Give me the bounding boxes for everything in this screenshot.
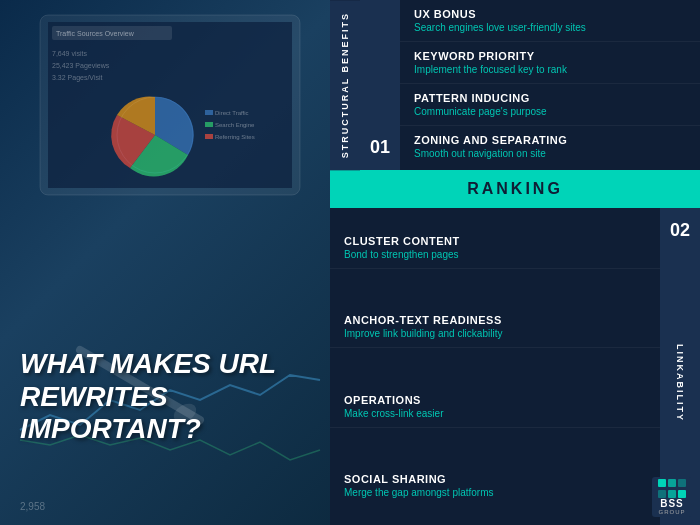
operations-subtitle: Make cross-link easier [344,408,646,419]
pattern-inducing-title: PATTERN INDUCING [414,92,686,104]
svg-rect-2 [52,26,172,40]
svg-rect-19 [678,479,686,487]
svg-text:2,958: 2,958 [20,501,45,512]
ux-bonus-subtitle: Search engines love user-friendly sites [414,22,686,33]
structural-benefits-label: STRUCTURAL BENEFITS [330,0,360,170]
bss-logo: BSS GROUP [652,477,692,517]
structural-items-list: UX BONUS Search engines love user-friend… [400,0,700,170]
cluster-content-subtitle: Bond to strengthen pages [344,249,646,260]
cluster-content-title: CLUSTER CONTENT [344,235,646,247]
structural-item-zoning: ZONING AND SEPARATING Smooth out navigat… [400,126,700,167]
linkability-item-social-sharing: SOCIAL SHARING Merge the gap amongst pla… [330,465,660,506]
svg-rect-1 [48,22,292,188]
pattern-inducing-subtitle: Communicate page's purpose [414,106,686,117]
zoning-title: ZONING AND SEPARATING [414,134,686,146]
bss-icon [658,479,686,499]
bss-group-text: GROUP [658,509,685,515]
svg-text:7,649 visits: 7,649 visits [52,50,88,57]
linkability-item-cluster-content: CLUSTER CONTENT Bond to strengthen pages [330,227,660,269]
bss-letters: BSS [660,499,684,509]
svg-text:Search Engine: Search Engine [215,122,255,128]
main-title: WHAT MAKES URL REWRITES IMPORTANT? [20,348,276,445]
svg-rect-10 [205,122,213,127]
svg-rect-12 [205,134,213,139]
bss-logo-inner: BSS GROUP [652,477,692,517]
svg-text:Direct Traffic: Direct Traffic [215,110,249,116]
keyword-priority-title: KEYWORD PRIORITY [414,50,686,62]
structural-item-ux-bonus: UX BONUS Search engines love user-friend… [400,0,700,42]
svg-text:Referring Sites: Referring Sites [215,134,255,140]
tablet-overlay: Traffic Sources Overview 7,649 visits 25… [0,0,330,525]
linkability-section: CLUSTER CONTENT Bond to strengthen pages… [330,208,700,525]
structural-item-keyword-priority: KEYWORD PRIORITY Implement the focused k… [400,42,700,84]
left-panel: Traffic Sources Overview 7,649 visits 25… [0,0,330,525]
social-sharing-subtitle: Merge the gap amongst platforms [344,487,646,498]
svg-rect-22 [678,490,686,498]
svg-rect-21 [668,490,676,498]
svg-point-7 [117,97,193,173]
svg-rect-0 [40,15,300,195]
right-panel: STRUCTURAL BENEFITS 01 UX BONUS Search e… [330,0,700,525]
structural-section: STRUCTURAL BENEFITS 01 UX BONUS Search e… [330,0,700,170]
social-sharing-title: SOCIAL SHARING [344,473,646,485]
structural-section-number: 01 [360,0,400,170]
structural-item-pattern-inducing: PATTERN INDUCING Communicate page's purp… [400,84,700,126]
svg-text:3.32 Pages/Visit: 3.32 Pages/Visit [52,74,103,82]
svg-rect-18 [668,479,676,487]
svg-text:25,423 Pageviews: 25,423 Pageviews [52,62,110,70]
zoning-subtitle: Smooth out navigation on site [414,148,686,159]
anchor-text-subtitle: Improve link building and clickability [344,328,646,339]
svg-text:Traffic Sources Overview: Traffic Sources Overview [56,30,135,37]
ux-bonus-title: UX BONUS [414,8,686,20]
operations-title: OPERATIONS [344,394,646,406]
keyword-priority-subtitle: Implement the focused key to rank [414,64,686,75]
ranking-bar: RANKING [330,170,700,208]
linkability-items-list: CLUSTER CONTENT Bond to strengthen pages… [330,208,660,525]
svg-rect-17 [658,479,666,487]
linkability-item-operations: OPERATIONS Make cross-link easier [330,386,660,428]
linkability-section-number: 02 [660,208,700,241]
svg-rect-20 [658,490,666,498]
svg-rect-8 [205,110,213,115]
linkability-item-anchor-text: ANCHOR-TEXT READINESS Improve link build… [330,306,660,348]
anchor-text-title: ANCHOR-TEXT READINESS [344,314,646,326]
